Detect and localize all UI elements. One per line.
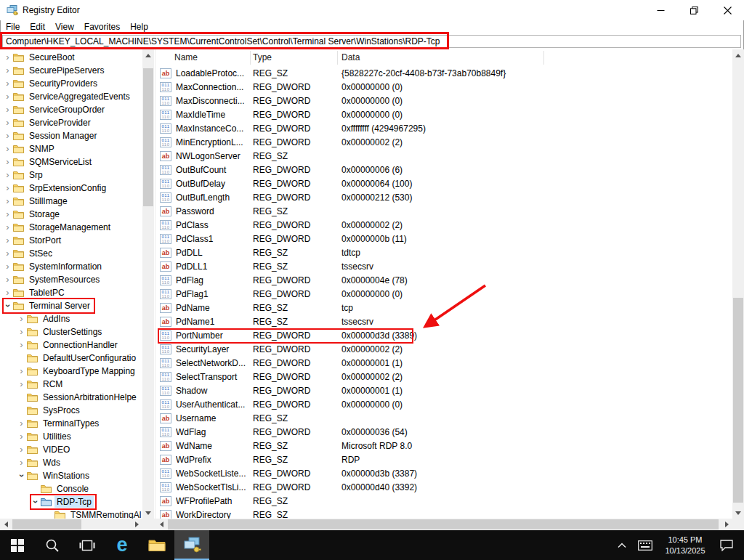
tree-item-sessionarbitrationhelpe[interactable]: SessionArbitrationHelpe: [0, 391, 142, 404]
value-row-minencryptionl[interactable]: 011110MinEncryptionL...REG_DWORD0x000000…: [155, 136, 732, 150]
chevron-right-icon[interactable]: ›: [3, 247, 12, 260]
list-vertical-scrollbar[interactable]: [732, 49, 744, 519]
restore-button[interactable]: [677, 0, 711, 20]
chevron-down-icon[interactable]: ›: [29, 498, 42, 507]
value-row-pddll1[interactable]: abPdDLL1REG_SZtssecsrv: [155, 260, 732, 274]
tree-item-systeminformation[interactable]: ›SystemInformation: [0, 260, 142, 273]
task-view-button[interactable]: [70, 530, 105, 560]
chevron-right-icon[interactable]: ›: [3, 208, 12, 221]
tree-item-wds[interactable]: ›Wds: [0, 456, 142, 469]
value-row-selecttransport[interactable]: 011110SelectTransportREG_DWORD0x00000002…: [155, 370, 732, 384]
value-row-maxdisconnecti[interactable]: 011110MaxDisconnecti...REG_DWORD0x000000…: [155, 94, 732, 108]
tree-horizontal-scrollbar[interactable]: [0, 519, 142, 530]
value-row-loadableprotoc[interactable]: abLoadableProtoc...REG_SZ{5828227c-20cf-…: [155, 67, 732, 81]
chevron-right-icon[interactable]: ›: [17, 456, 26, 469]
scroll-down-arrow[interactable]: [732, 507, 744, 519]
value-row-workdirectory[interactable]: abWorkDirectoryREG_SZ: [155, 508, 732, 519]
menu-item-view[interactable]: View: [55, 22, 80, 32]
value-row-username[interactable]: abUsernameREG_SZ: [155, 412, 732, 426]
tree-item-srpextensionconfig[interactable]: ›SrpExtensionConfig: [0, 182, 142, 195]
tree-item-addins[interactable]: ›AddIns: [0, 312, 142, 325]
chevron-right-icon[interactable]: ›: [17, 417, 26, 430]
tree-item-winstations[interactable]: ›WinStations: [0, 469, 142, 482]
menu-item-file[interactable]: File: [6, 22, 25, 32]
chevron-right-icon[interactable]: ›: [3, 77, 12, 90]
tree-item-serviceprovider[interactable]: ›ServiceProvider: [0, 116, 142, 129]
close-button[interactable]: [711, 0, 744, 20]
list-horizontal-scrollbar[interactable]: [155, 519, 732, 530]
tree-item-rdp-tcp[interactable]: ›RDP-Tcp: [0, 495, 142, 508]
tree-item-terminaltypes[interactable]: ›TerminalTypes: [0, 417, 142, 430]
tree-item-stsec[interactable]: ›StSec: [0, 247, 142, 260]
chevron-right-icon[interactable]: ›: [3, 260, 12, 273]
value-row-wfprofilepath[interactable]: abWFProfilePathREG_SZ: [155, 495, 732, 508]
value-row-outbufcount[interactable]: 011110OutBufCountREG_DWORD0x00000006 (6): [155, 163, 732, 177]
taskbar-search-button[interactable]: [35, 530, 70, 560]
tree-item-systemresources[interactable]: ›SystemResources: [0, 273, 142, 286]
value-row-nwlogonserver[interactable]: abNWLogonServerREG_SZ: [155, 150, 732, 163]
chevron-right-icon[interactable]: ›: [3, 155, 12, 169]
tree-item-console[interactable]: Console: [0, 482, 142, 495]
menu-item-favorites[interactable]: Favorites: [84, 22, 126, 32]
value-row-pddll[interactable]: abPdDLLREG_SZtdtcp: [155, 246, 732, 260]
chevron-down-icon[interactable]: ›: [1, 301, 15, 311]
tree-item-video[interactable]: ›VIDEO: [0, 443, 142, 456]
column-header-type[interactable]: Type: [253, 52, 272, 62]
tree-vertical-scrollbar[interactable]: [142, 49, 154, 519]
tree-item-serviceaggregatedevents[interactable]: ›ServiceAggregatedEvents: [0, 90, 142, 103]
tree-item-connectionhandler[interactable]: ›ConnectionHandler: [0, 338, 142, 352]
chevron-right-icon[interactable]: ›: [3, 142, 12, 155]
value-row-password[interactable]: abPasswordREG_SZ: [155, 205, 732, 219]
chevron-right-icon[interactable]: ›: [17, 325, 26, 338]
start-button[interactable]: [0, 530, 35, 560]
minimize-button[interactable]: [644, 0, 677, 20]
value-row-selectnetworkd[interactable]: 011110SelectNetworkD...REG_DWORD0x000000…: [155, 357, 732, 370]
column-header-name[interactable]: Name: [174, 52, 198, 62]
chevron-right-icon[interactable]: ›: [17, 430, 26, 443]
touch-keyboard-button[interactable]: [632, 530, 658, 560]
chevron-right-icon[interactable]: ›: [3, 286, 12, 299]
tree-item-session-manager[interactable]: ›Session Manager: [0, 129, 142, 142]
value-row-wdname[interactable]: abWdNameREG_SZMicrosoft RDP 8.0: [155, 439, 732, 453]
tree-item-stillimage[interactable]: ›StillImage: [0, 195, 142, 208]
chevron-right-icon[interactable]: ›: [3, 103, 12, 116]
value-row-outbufdelay[interactable]: 011110OutBufDelayREG_DWORD0x00000064 (10…: [155, 177, 732, 191]
chevron-right-icon[interactable]: ›: [17, 443, 26, 456]
chevron-right-icon[interactable]: ›: [3, 64, 12, 77]
value-row-maxconnection[interactable]: 011110MaxConnection...REG_DWORD0x0000000…: [155, 81, 732, 94]
value-row-pdflag[interactable]: 011110PdFlagREG_DWORD0x0000004e (78): [155, 274, 732, 288]
taskbar-clock[interactable]: 10:45 PM 10/13/2025: [658, 535, 712, 556]
value-row-wdprefix[interactable]: abWdPrefixREG_SZRDP: [155, 453, 732, 467]
chevron-right-icon[interactable]: ›: [3, 221, 12, 234]
chevron-right-icon[interactable]: ›: [3, 169, 12, 182]
chevron-right-icon[interactable]: ›: [3, 273, 12, 286]
tree-item-clustersettings[interactable]: ›ClusterSettings: [0, 325, 142, 338]
value-row-websocketliste[interactable]: 011110WebSocketListe...REG_DWORD0x00000d…: [155, 467, 732, 481]
value-row-shadow[interactable]: 011110ShadowREG_DWORD0x00000001 (1): [155, 384, 732, 398]
chevron-right-icon[interactable]: ›: [17, 365, 26, 378]
chevron-right-icon[interactable]: ›: [3, 195, 12, 208]
value-row-pdname1[interactable]: abPdName1REG_SZtssecsrv: [155, 315, 732, 329]
edge-browser-button[interactable]: e: [105, 530, 140, 560]
value-row-wdflag[interactable]: 011110WdFlagREG_DWORD0x00000036 (54): [155, 426, 732, 439]
scroll-down-arrow[interactable]: [142, 507, 154, 519]
tree-item-secureboot[interactable]: ›SecureBoot: [0, 51, 142, 64]
tree-item-defaultuserconfiguratio[interactable]: DefaultUserConfiguratio: [0, 352, 142, 365]
value-row-securitylayer[interactable]: 011110SecurityLayerREG_DWORD0x00000002 (…: [155, 343, 732, 357]
chevron-right-icon[interactable]: ›: [3, 234, 12, 247]
scroll-right-arrow[interactable]: [721, 519, 732, 530]
tree-item-sqmservicelist[interactable]: ›SQMServiceList: [0, 155, 142, 169]
tree-item-rcm[interactable]: ›RCM: [0, 378, 142, 391]
tree-item-srp[interactable]: ›Srp: [0, 169, 142, 182]
scrollbar-thumb[interactable]: [143, 68, 153, 206]
chevron-right-icon[interactable]: ›: [3, 51, 12, 64]
chevron-right-icon[interactable]: ›: [3, 90, 12, 103]
tree-item-storage[interactable]: ›Storage: [0, 208, 142, 221]
scroll-left-arrow[interactable]: [0, 519, 12, 530]
registry-editor-taskbar-button[interactable]: [174, 530, 209, 560]
tree-item-securepipeservers[interactable]: ›SecurePipeServers: [0, 64, 142, 77]
tree-item-terminal-server[interactable]: ›Terminal Server: [0, 299, 142, 312]
chevron-down-icon[interactable]: ›: [15, 471, 28, 481]
tree-item-sysprocs[interactable]: SysProcs: [0, 404, 142, 417]
value-row-pdflag1[interactable]: 011110PdFlag1REG_DWORD0x00000000 (0): [155, 288, 732, 301]
